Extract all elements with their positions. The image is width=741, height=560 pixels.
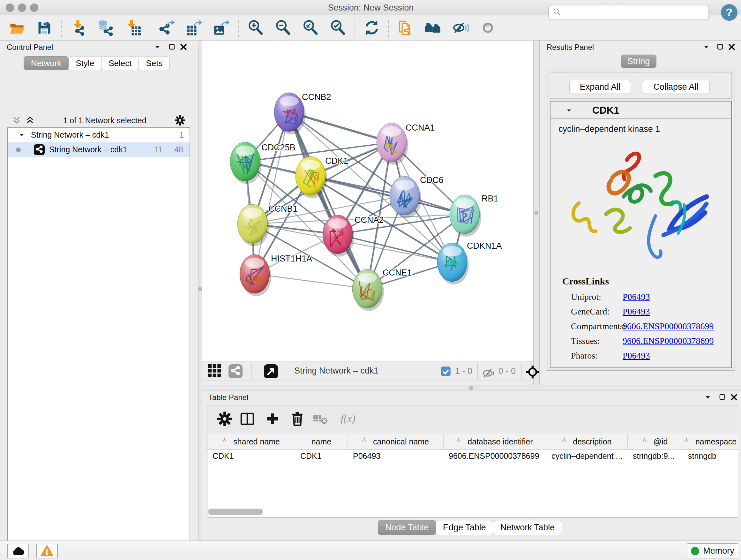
table-cell[interactable]: CDK1 <box>295 449 348 463</box>
help-button[interactable]: ? <box>721 4 738 21</box>
import-table-file-icon[interactable] <box>125 19 141 36</box>
node-HIST1H1A[interactable] <box>240 254 271 296</box>
bottom-splitter[interactable] <box>202 385 741 390</box>
control-panel-float-icon[interactable] <box>167 43 177 51</box>
warnings-button[interactable] <box>36 544 58 558</box>
zoom-selected-icon[interactable] <box>330 19 346 36</box>
expand-all-icon[interactable] <box>25 116 35 125</box>
table-row[interactable]: CDK1CDK1P064939606.ENSP00000378699cyclin… <box>207 449 738 463</box>
column-header-description[interactable]: description <box>546 434 628 449</box>
zoom-out-icon[interactable] <box>275 19 291 36</box>
results-panel-float-icon[interactable] <box>716 43 725 51</box>
create-column-icon[interactable] <box>265 411 280 427</box>
edge-CCNB2-HIST1H1A[interactable] <box>255 112 289 274</box>
bottom-splitter-grip[interactable] <box>469 386 473 390</box>
table-cell[interactable]: P06493 <box>348 449 444 463</box>
tab-node-table[interactable]: Node Table <box>378 520 436 535</box>
results-panel-close-icon[interactable] <box>727 43 736 51</box>
expand-all-button[interactable]: Expand All <box>569 80 631 94</box>
table-cell[interactable]: stringdb <box>683 449 738 463</box>
left-splitter[interactable] <box>199 41 202 541</box>
birds-eye-view-icon[interactable] <box>264 364 278 378</box>
crosslink-value-link[interactable]: P06493 <box>623 351 650 361</box>
column-header--id[interactable]: @id <box>628 434 683 449</box>
save-session-icon[interactable] <box>36 19 53 36</box>
zoom-fit-icon[interactable] <box>302 19 319 36</box>
network-collection-row[interactable]: String Network – cdk1 1 <box>8 128 190 142</box>
left-splitter-grip[interactable] <box>198 287 202 291</box>
node-CCNB1[interactable] <box>238 204 269 246</box>
table-cell[interactable]: stringdb:9... <box>628 449 683 463</box>
network-options-gear-icon[interactable] <box>175 115 185 126</box>
selected-checkbox-icon[interactable] <box>441 367 451 376</box>
tab-sets[interactable]: Sets <box>138 56 170 70</box>
cdk1-section-header[interactable]: CDK1 <box>550 102 731 119</box>
import-network-file-icon[interactable] <box>70 19 86 36</box>
node-CDKN1A[interactable] <box>437 243 469 285</box>
crosslink-value-link[interactable]: 9606.ENSP00000378699 <box>623 321 714 331</box>
export-table-icon[interactable] <box>186 19 203 36</box>
table-settings-gear-icon[interactable] <box>217 411 232 427</box>
search-input[interactable] <box>562 6 709 19</box>
node-RB1[interactable] <box>450 195 481 237</box>
right-splitter[interactable] <box>533 41 540 385</box>
collapse-all-icon[interactable] <box>12 116 21 125</box>
hide-details-icon[interactable] <box>452 19 469 36</box>
tab-style[interactable]: Style <box>68 56 102 70</box>
table-panel-close-icon[interactable] <box>730 393 738 401</box>
table-panel-float-icon[interactable] <box>718 393 727 401</box>
tab-string[interactable]: String <box>621 55 657 68</box>
column-header-database-identifier[interactable]: database identifier <box>444 434 546 449</box>
show-columns-icon[interactable] <box>240 411 255 427</box>
tab-edge-table[interactable]: Edge Table <box>435 520 493 535</box>
column-header-canonical-name[interactable]: canonical name <box>348 434 444 449</box>
crosslink-value-link[interactable]: P06493 <box>623 292 650 302</box>
control-panel-close-icon[interactable] <box>179 43 188 51</box>
column-header-name[interactable]: name <box>295 434 348 449</box>
show-details-icon[interactable] <box>480 19 496 36</box>
memory-button[interactable]: Memory <box>687 543 738 558</box>
right-splitter-grip[interactable] <box>534 211 538 215</box>
node-CCNA2[interactable] <box>323 215 354 257</box>
control-panel-menu-icon[interactable] <box>153 43 162 52</box>
crosslink-value-link[interactable]: P06493 <box>623 307 650 317</box>
tab-network[interactable]: Network <box>23 56 69 70</box>
search-box[interactable] <box>548 5 709 20</box>
zoom-in-icon[interactable] <box>247 19 264 36</box>
node-CCNB2[interactable] <box>274 92 306 134</box>
delete-column-icon[interactable] <box>290 411 305 427</box>
column-header-shared-name[interactable]: shared name <box>207 434 295 449</box>
node-label-CCNB2: CCNB2 <box>302 92 331 102</box>
network-overview-icon[interactable] <box>228 364 243 378</box>
node-CDK1[interactable] <box>295 157 327 198</box>
column-header-namespace[interactable]: namespace <box>683 434 738 449</box>
copy-network-icon[interactable] <box>397 19 414 36</box>
export-network-icon[interactable] <box>158 19 175 36</box>
string-home-icon[interactable] <box>425 19 441 36</box>
open-session-icon[interactable] <box>9 19 25 36</box>
apply-layout-icon[interactable] <box>363 19 380 36</box>
table-cell[interactable]: CDK1 <box>207 449 295 463</box>
table-cell[interactable]: cyclin–dependent ... <box>546 449 628 463</box>
table-cell[interactable]: 9606.ENSP00000378699 <box>444 449 546 463</box>
cloud-button[interactable] <box>7 544 29 558</box>
collection-expander-icon[interactable] <box>18 132 25 139</box>
grid-view-icon[interactable] <box>208 364 222 378</box>
results-panel-menu-icon[interactable] <box>702 43 711 52</box>
network-canvas[interactable]: CCNB2CCNA1CDC25BCDK1CDC6RB1CCNB1CCNA2CDK… <box>202 41 533 361</box>
crosshair-icon[interactable] <box>525 365 540 379</box>
tab-network-table[interactable]: Network Table <box>493 520 562 535</box>
table-horizontal-scrollbar-thumb[interactable] <box>208 509 263 515</box>
collapse-all-button[interactable]: Collapse All <box>642 80 710 94</box>
section-expander-icon[interactable] <box>565 107 573 115</box>
tab-select[interactable]: Select <box>101 56 139 70</box>
node-CDC6[interactable] <box>390 176 421 218</box>
import-network-database-icon[interactable] <box>97 19 114 36</box>
edge-HIST1H1A-CCNE1[interactable] <box>255 274 367 289</box>
search-icon <box>553 8 562 17</box>
node-CCNE1[interactable] <box>352 269 384 311</box>
export-image-icon[interactable] <box>213 19 230 36</box>
network-row[interactable]: String Network – cdk1 11 48 <box>8 142 190 157</box>
table-panel-menu-icon[interactable] <box>703 393 712 402</box>
crosslink-value-link[interactable]: 9606.ENSP00000378699 <box>623 336 714 346</box>
